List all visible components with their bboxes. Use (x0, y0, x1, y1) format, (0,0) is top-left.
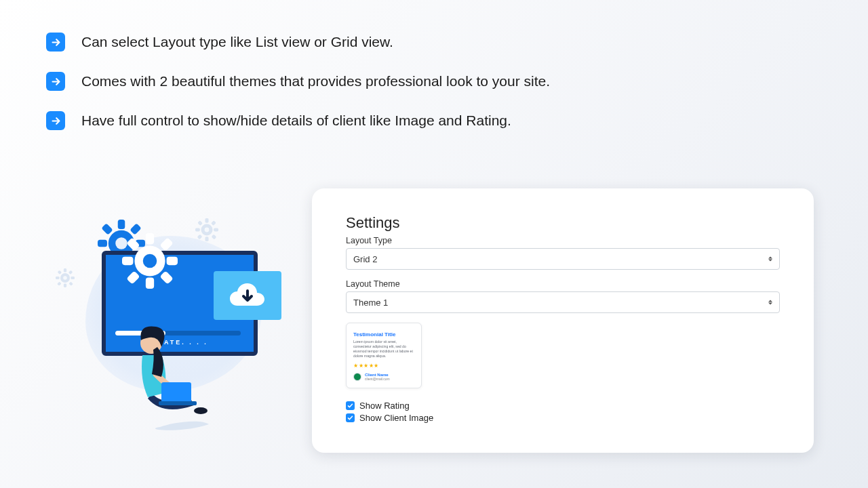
layout-theme-group: Layout Theme Theme 1 (346, 279, 780, 313)
svg-rect-21 (118, 220, 125, 229)
show-client-image-label: Show Client Image (359, 413, 433, 423)
svg-point-9 (205, 228, 210, 232)
feature-list: Can select Layout type like List view or… (0, 0, 868, 130)
svg-rect-8 (197, 235, 203, 240)
svg-rect-13 (56, 277, 60, 279)
layout-theme-label: Layout Theme (346, 279, 780, 289)
layout-type-select[interactable]: Grid 2 (346, 248, 780, 270)
svg-rect-25 (101, 223, 113, 235)
theme-preview: Testimonial Title Lorem ipsum dolor sit … (346, 323, 422, 388)
avatar (353, 373, 361, 381)
select-caret-icon (768, 300, 772, 305)
svg-rect-35 (126, 237, 140, 251)
preview-body: Lorem ipsum dolor sit amet, consectetur … (353, 340, 414, 359)
svg-rect-23 (98, 240, 107, 247)
svg-rect-38 (126, 270, 140, 284)
checkbox-checked-icon[interactable] (346, 413, 355, 422)
star-icon: ★★★★★ (353, 363, 414, 369)
svg-point-19 (63, 276, 67, 280)
layout-type-group: Layout Type Grid 2 (346, 236, 780, 270)
show-rating-option[interactable]: Show Rating (346, 401, 780, 411)
update-illustration: UPDATE. . . . (81, 210, 285, 434)
svg-rect-5 (197, 220, 203, 226)
svg-rect-42 (159, 401, 197, 405)
arrow-right-icon (46, 33, 65, 52)
svg-rect-33 (122, 257, 133, 265)
feature-item: Have full control to show/hide details o… (46, 111, 822, 130)
arrow-right-icon (46, 111, 65, 130)
layout-theme-value: Theme 1 (353, 298, 388, 308)
preview-title: Testimonial Title (353, 331, 414, 338)
svg-rect-7 (211, 220, 216, 226)
svg-rect-11 (64, 268, 66, 272)
svg-rect-41 (161, 382, 191, 403)
svg-rect-1 (205, 218, 208, 223)
svg-rect-37 (159, 237, 173, 251)
svg-rect-3 (195, 228, 200, 231)
svg-point-43 (194, 407, 208, 414)
layout-type-label: Layout Type (346, 236, 780, 245)
gear-icon (122, 233, 178, 289)
gear-icon (195, 218, 218, 241)
select-caret-icon (768, 257, 772, 262)
svg-rect-36 (159, 270, 173, 284)
show-client-image-option[interactable]: Show Client Image (346, 413, 780, 423)
layout-type-value: Grid 2 (353, 254, 377, 264)
feature-text: Can select Layout type like List view or… (81, 33, 393, 51)
gear-icon (56, 268, 75, 287)
svg-rect-2 (205, 237, 208, 241)
svg-rect-6 (212, 235, 217, 240)
person-illustration (114, 310, 216, 432)
svg-rect-15 (58, 270, 62, 274)
svg-rect-14 (71, 277, 75, 279)
checkbox-checked-icon[interactable] (346, 401, 355, 410)
feature-text: Comes with 2 beautiful themes that provi… (81, 72, 550, 90)
feature-text: Have full control to show/hide details o… (81, 111, 511, 129)
svg-rect-34 (167, 257, 178, 265)
preview-client: Client Name client@mail.com (353, 373, 414, 381)
svg-rect-16 (68, 281, 73, 285)
svg-rect-4 (214, 228, 218, 231)
svg-rect-18 (57, 281, 61, 285)
cloud-download-icon (214, 271, 281, 320)
svg-point-39 (143, 254, 157, 268)
arrow-right-icon (46, 72, 65, 91)
layout-theme-select[interactable]: Theme 1 (346, 291, 780, 313)
settings-card: Settings Layout Type Grid 2 Layout Theme… (312, 188, 814, 453)
show-rating-label: Show Rating (359, 401, 410, 411)
svg-rect-31 (146, 233, 154, 244)
feature-item: Comes with 2 beautiful themes that provi… (46, 72, 822, 91)
preview-client-email: client@mail.com (365, 377, 390, 381)
svg-rect-32 (146, 278, 154, 289)
svg-rect-17 (68, 270, 73, 274)
svg-rect-12 (64, 283, 66, 287)
feature-item: Can select Layout type like List view or… (46, 33, 822, 52)
settings-title: Settings (346, 214, 780, 232)
